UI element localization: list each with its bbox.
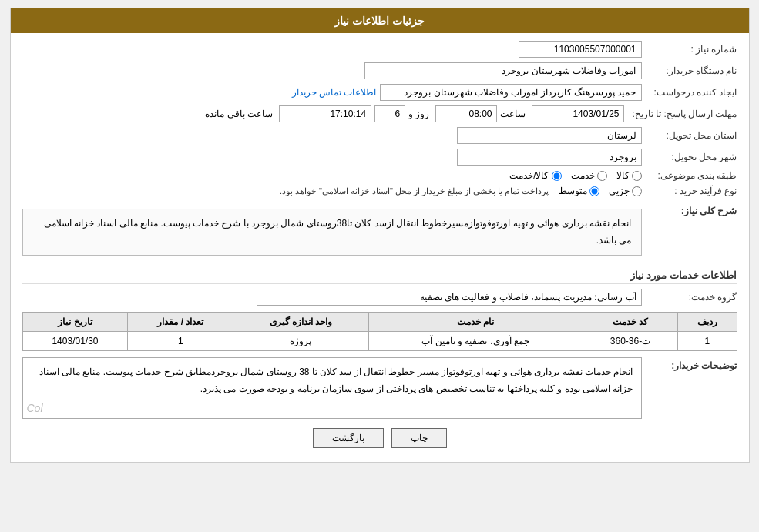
tabaqe-radio-group: کالا خدمت کالا/خدمت bbox=[509, 170, 641, 181]
col-radif: ردیف bbox=[678, 313, 737, 332]
col-tarikh: تاریخ نیاز bbox=[22, 313, 128, 332]
radio-jozii-item: جزیی bbox=[609, 186, 642, 196]
cell-tarikh: 1403/01/30 bbox=[22, 332, 128, 351]
ijad-konande-label: ایجاد کننده درخواست: bbox=[645, 87, 737, 98]
col-kod-khedmat: کد خدمت bbox=[583, 313, 677, 332]
cell-vahed: پروژه bbox=[233, 332, 368, 351]
ijad-konande-input[interactable] bbox=[380, 84, 642, 101]
roz-label: روز و bbox=[408, 109, 429, 119]
radio-kala-khedmat[interactable] bbox=[552, 171, 562, 181]
radio-khedmat[interactable] bbox=[597, 171, 607, 181]
page-title: جزئیات اطلاعات نیاز bbox=[334, 15, 425, 27]
page-header: جزئیات اطلاعات نیاز bbox=[11, 8, 749, 33]
service-table-container: ردیف کد خدمت نام خدمت واحد اندازه گیری ت… bbox=[22, 312, 737, 351]
mohlat-label: مهلت ارسال پاسخ: تا تاریخ: bbox=[627, 109, 737, 119]
bazgasht-button[interactable]: بازگشت bbox=[313, 428, 384, 448]
cell-tedad: 1 bbox=[128, 332, 233, 351]
service-table: ردیف کد خدمت نام خدمت واحد اندازه گیری ت… bbox=[22, 312, 737, 351]
radio-khedmat-item: خدمت bbox=[571, 170, 607, 181]
radio-kala-khedmat-label: کالا/خدمت bbox=[509, 170, 549, 181]
mohlat-row: مهلت ارسال پاسخ: تا تاریخ: ساعت روز و سا… bbox=[22, 105, 737, 122]
ostan-input[interactable] bbox=[457, 127, 642, 144]
roz-input[interactable] bbox=[374, 105, 405, 122]
groupe-khedmat-label: گروه خدمت: bbox=[645, 292, 737, 303]
sharh-kolli-label: شرح کلی نیاز: bbox=[645, 202, 737, 216]
main-content: شماره نیاز : نام دستگاه خریدار: ایجاد کن… bbox=[11, 33, 749, 462]
sharh-kolli-row: شرح کلی نیاز: انجام نقشه برداری هوائی و … bbox=[22, 202, 737, 262]
shahr-input[interactable] bbox=[457, 149, 642, 166]
radio-kala-label: کالا bbox=[616, 170, 630, 181]
cell-radif: 1 bbox=[678, 332, 737, 351]
radio-motavasset-label: متوسط bbox=[559, 186, 587, 196]
radio-jozii[interactable] bbox=[632, 186, 642, 196]
footer-buttons: چاپ بازگشت bbox=[22, 428, 737, 448]
table-row: 1 ت-36-360 جمع آوری، تصفیه و تامین آب پر… bbox=[22, 332, 737, 351]
saat-label: ساعت bbox=[500, 109, 526, 119]
radio-text: پرداخت تمام یا بخشی از مبلغ خریدار از مح… bbox=[280, 186, 549, 196]
sharh-kolli-value: انجام نقشه برداری هوائی و تهیه اورتوفوتو… bbox=[22, 209, 642, 256]
radio-jozii-label: جزیی bbox=[609, 186, 630, 196]
col-tedad: تعداد / مقدار bbox=[128, 313, 233, 332]
radio-kala-khedmat-item: کالا/خدمت bbox=[509, 170, 561, 181]
cell-nam-khedmat: جمع آوری، تصفیه و تامین آب bbox=[368, 332, 583, 351]
radio-khedmat-label: خدمت bbox=[571, 170, 595, 181]
groupe-khedmat-input[interactable] bbox=[257, 289, 642, 306]
saat-input[interactable] bbox=[435, 105, 497, 122]
ijad-konande-row: ایجاد کننده درخواست: اطلاعات تماس خریدار bbox=[22, 84, 737, 101]
radio-kala-item: کالا bbox=[616, 170, 642, 181]
ettelaat-tamas-link[interactable]: اطلاعات تماس خریدار bbox=[292, 87, 377, 98]
khedmat-section-header: اطلاعات خدمات مورد نیاز bbox=[22, 269, 737, 284]
shomare-niaz-row: شماره نیاز : bbox=[22, 41, 737, 58]
shahr-row: شهر محل تحویل: bbox=[22, 149, 737, 166]
nam-dastgah-input[interactable] bbox=[364, 62, 642, 79]
farayand-label: نوع فرآیند خرید : bbox=[645, 186, 737, 196]
tabaqe-row: طبقه بندی موضوعی: کالا خدمت کالا/خدمت bbox=[22, 170, 737, 181]
groupe-khedmat-row: گروه خدمت: bbox=[22, 289, 737, 306]
col-vahed: واحد اندازه گیری bbox=[233, 313, 368, 332]
ostan-label: استان محل تحویل: bbox=[645, 130, 737, 141]
nam-dastgah-row: نام دستگاه خریدار: bbox=[22, 62, 737, 79]
shahr-label: شهر محل تحویل: bbox=[645, 152, 737, 162]
baghimande-label: ساعت باقی مانده bbox=[205, 109, 273, 119]
baghimande-input[interactable] bbox=[279, 105, 371, 122]
radio-motavasset-item: متوسط bbox=[559, 186, 599, 196]
farayand-row: نوع فرآیند خرید : جزیی متوسط پرداخت تمام… bbox=[22, 186, 737, 196]
mohlat-date-input[interactable] bbox=[532, 105, 624, 122]
tozihat-value: انجام خدمات نقشه برداری هوائی و تهیه اور… bbox=[22, 357, 642, 419]
tozihat-row: توضیحات خریدار: انجام خدمات نقشه برداری … bbox=[22, 357, 737, 419]
farayand-radio-group: جزیی متوسط پرداخت تمام یا بخشی از مبلغ خ… bbox=[280, 186, 642, 196]
shomare-niaz-label: شماره نیاز : bbox=[645, 44, 737, 55]
shomare-niaz-input[interactable] bbox=[519, 41, 642, 58]
tozihat-label: توضیحات خریدار: bbox=[645, 357, 737, 371]
ostan-row: استان محل تحویل: bbox=[22, 127, 737, 144]
chap-button[interactable]: چاپ bbox=[391, 428, 447, 448]
col-badge: Col bbox=[27, 402, 43, 414]
col-nam-khedmat: نام خدمت bbox=[368, 313, 583, 332]
radio-kala[interactable] bbox=[632, 171, 642, 181]
cell-kod-khedmat: ت-36-360 bbox=[583, 332, 677, 351]
nam-dastgah-label: نام دستگاه خریدار: bbox=[645, 65, 737, 76]
radio-motavasset[interactable] bbox=[589, 186, 599, 196]
tabaqe-label: طبقه بندی موضوعی: bbox=[645, 170, 737, 181]
